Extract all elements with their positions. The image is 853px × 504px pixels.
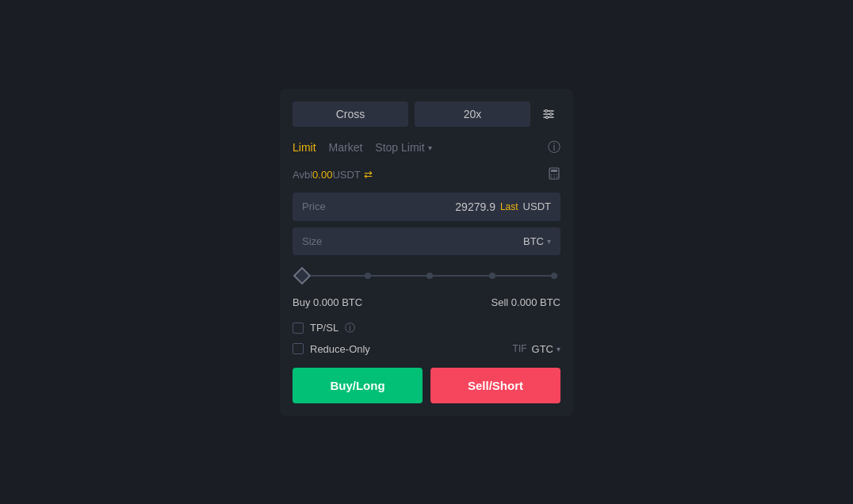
tab-stop-limit[interactable]: Stop Limit ▾ [375, 141, 431, 154]
svg-rect-4 [551, 170, 557, 172]
reduce-only-label: Reduce-Only [310, 343, 370, 355]
order-info-icon[interactable]: ⓘ [548, 139, 560, 156]
cross-button[interactable]: Cross [293, 101, 408, 127]
size-chevron-icon: ▾ [547, 237, 551, 246]
price-value-group: 29279.9 Last USDT [455, 200, 551, 213]
svg-point-1 [550, 113, 553, 115]
tpsl-row: TP/SL ⓘ [293, 321, 560, 335]
avbl-amount: 0.00 [312, 169, 332, 181]
tpsl-label: TP/SL [310, 322, 339, 334]
svg-point-10 [557, 176, 558, 178]
svg-point-6 [553, 174, 555, 175]
price-field[interactable]: Price 29279.9 Last USDT [293, 193, 560, 221]
svg-point-8 [551, 176, 553, 178]
sell-label: Sell [492, 296, 509, 308]
svg-point-7 [557, 174, 558, 175]
settings-button[interactable] [537, 102, 560, 126]
tif-select[interactable]: GTC ▾ [532, 343, 560, 355]
slider-dot-100 [551, 273, 557, 279]
position-slider[interactable] [293, 268, 560, 284]
tpsl-info-icon[interactable]: ⓘ [345, 321, 355, 335]
buy-amount: Buy 0.000 BTC [293, 296, 362, 308]
svg-point-5 [551, 174, 553, 175]
avbl-label: Avbl [293, 169, 312, 181]
buy-long-button[interactable]: Buy/Long [293, 368, 423, 403]
last-label: Last [500, 201, 518, 212]
tif-group: TIF GTC ▾ [513, 343, 560, 355]
buy-value: 0.000 [313, 296, 339, 308]
size-field[interactable]: Size BTC ▾ [293, 227, 560, 255]
sell-currency: BTC [540, 296, 560, 308]
avbl-currency: USDT [332, 169, 360, 181]
sell-value: 0.000 [511, 296, 537, 308]
reduce-only-checkbox[interactable] [293, 343, 304, 354]
available-balance-row: Avbl 0.00 USDT ⇄ [293, 167, 560, 183]
order-type-tabs: Limit Market Stop Limit ▾ ⓘ [293, 139, 560, 156]
size-currency-selector[interactable]: BTC ▾ [523, 235, 551, 247]
price-currency: USDT [523, 200, 551, 212]
top-controls: Cross 20x [293, 101, 560, 127]
trading-panel: Cross 20x Limit Market Stop Limit ▾ ⓘ Av… [280, 89, 573, 416]
tif-chevron-icon: ▾ [557, 345, 560, 353]
sell-short-button[interactable]: Sell/Short [430, 368, 560, 403]
tpsl-checkbox[interactable] [293, 323, 304, 334]
chevron-down-icon: ▾ [428, 143, 432, 152]
tif-label: TIF [513, 343, 527, 354]
tab-limit[interactable]: Limit [293, 139, 316, 155]
slider-dot-75 [489, 273, 495, 279]
action-buttons: Buy/Long Sell/Short [293, 368, 560, 403]
amounts-row: Buy 0.000 BTC Sell 0.000 BTC [293, 296, 560, 308]
reduce-only-row: Reduce-Only TIF GTC ▾ [293, 343, 560, 355]
buy-currency: BTC [342, 296, 362, 308]
tab-market[interactable]: Market [329, 139, 363, 155]
slider-handle[interactable] [293, 266, 312, 284]
settings-icon [541, 107, 556, 121]
slider-track-row [296, 268, 557, 284]
leverage-button[interactable]: 20x [415, 101, 530, 127]
slider-dot-25 [365, 273, 371, 279]
tif-value: GTC [532, 343, 553, 355]
svg-point-0 [545, 109, 548, 112]
buy-label: Buy [293, 296, 310, 308]
price-label: Price [302, 200, 326, 212]
sell-amount: Sell 0.000 BTC [492, 296, 560, 308]
size-currency: BTC [523, 235, 544, 247]
price-value: 29279.9 [455, 200, 495, 213]
calculator-icon[interactable] [548, 167, 560, 183]
svg-point-2 [546, 116, 549, 118]
slider-dot-50 [426, 273, 433, 279]
size-label: Size [302, 235, 322, 247]
transfer-icon[interactable]: ⇄ [364, 169, 373, 181]
svg-point-9 [553, 176, 555, 178]
